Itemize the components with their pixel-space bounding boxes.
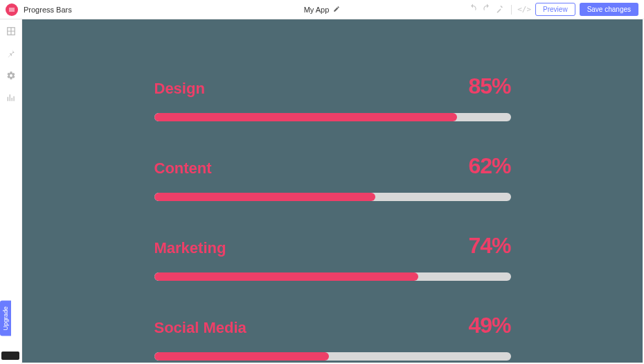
progress-percent: 49% — [468, 313, 510, 338]
progress-track — [154, 113, 511, 121]
grid-icon[interactable] — [6, 26, 16, 36]
hammer-icon[interactable] — [496, 3, 506, 15]
save-button[interactable]: Save changes — [580, 3, 638, 16]
progress-item: Marketing 74% — [154, 233, 511, 281]
code-icon[interactable]: </> — [517, 5, 531, 14]
progress-fill — [154, 193, 375, 201]
progress-fill — [154, 352, 329, 361]
pencil-icon[interactable] — [333, 6, 340, 14]
topbar: Progress Bars My App </> Preview Save ch… — [0, 0, 644, 19]
progress-fill — [154, 272, 418, 281]
progress-percent: 74% — [468, 233, 510, 259]
progress-percent: 85% — [468, 73, 510, 99]
progress-fill — [154, 113, 458, 121]
bottom-badge — [1, 352, 19, 360]
divider — [511, 5, 512, 15]
progress-label: Content — [154, 159, 212, 177]
progress-label: Design — [154, 80, 205, 98]
progress-label: Social Media — [154, 319, 247, 337]
pin-icon[interactable] — [6, 49, 16, 58]
canvas: Design 85% Content 62% Marketing 74% Soc… — [22, 19, 643, 363]
progress-track — [154, 352, 511, 361]
app-logo[interactable] — [6, 3, 18, 16]
upgrade-button[interactable]: Upgrade — [0, 301, 11, 336]
progress-item: Social Media 49% — [154, 313, 511, 361]
page-title: Progress Bars — [24, 6, 72, 14]
preview-button[interactable]: Preview — [535, 3, 575, 16]
undo-icon[interactable] — [468, 3, 478, 15]
progress-item: Content 62% — [154, 153, 511, 201]
gear-icon[interactable] — [6, 71, 16, 80]
redo-icon[interactable] — [482, 3, 492, 15]
progress-label: Marketing — [154, 239, 226, 257]
progress-track — [154, 272, 511, 281]
app-name[interactable]: My App — [304, 6, 330, 14]
progress-percent: 62% — [468, 153, 510, 179]
progress-item: Design 85% — [154, 73, 511, 121]
progress-track — [154, 193, 511, 201]
chart-icon[interactable] — [6, 93, 16, 103]
